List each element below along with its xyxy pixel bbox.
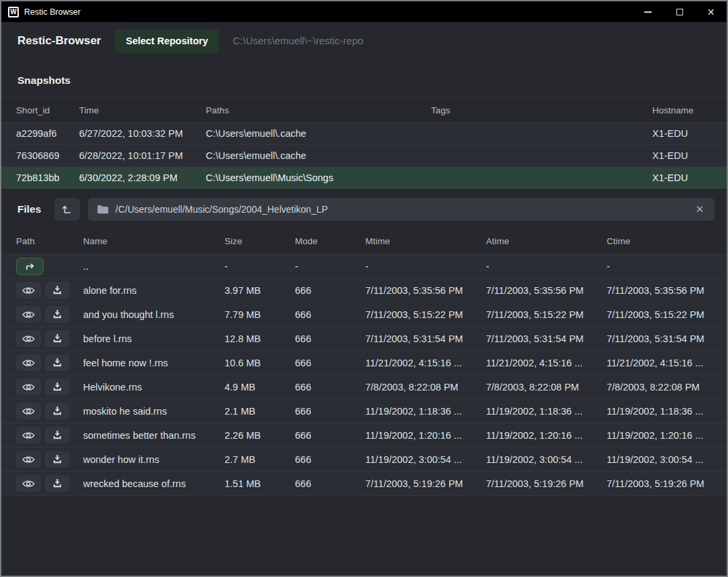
download-icon (52, 430, 62, 440)
file-row-actions (16, 354, 83, 371)
download-file-button[interactable] (45, 378, 70, 395)
select-repository-button[interactable]: Select Repository (115, 29, 220, 53)
snapshot-row[interactable]: 76306869 6/28/2022, 10:01:17 PM C:\Users… (1, 145, 727, 167)
file-ctime: 11/19/2002, 1:20:16 ... (607, 430, 713, 441)
file-size: 12.8 MB (225, 333, 295, 344)
up-right-arrow-icon (25, 261, 36, 272)
file-mode: 666 (295, 430, 365, 441)
download-file-button[interactable] (45, 306, 70, 323)
maximize-button[interactable] (664, 1, 695, 22)
download-icon (52, 454, 62, 464)
download-file-button[interactable] (45, 475, 70, 492)
file-name: and you thought l.rns (83, 309, 225, 320)
file-row[interactable]: sometimes better than.rns 2.26 MB 666 11… (1, 423, 727, 448)
eye-icon (22, 358, 35, 368)
breadcrumb-close-icon[interactable]: ✕ (694, 203, 705, 215)
file-ctime: 7/11/2003, 5:19:26 PM (607, 478, 713, 489)
snapshot-time: 6/28/2022, 10:01:17 PM (79, 150, 206, 161)
preview-file-button[interactable] (16, 354, 41, 371)
column-header-tags: Tags (431, 105, 652, 115)
column-header-time: Time (79, 105, 206, 115)
download-file-button[interactable] (45, 330, 70, 347)
column-header-path: Path (16, 236, 83, 246)
download-icon (52, 358, 62, 368)
file-row-actions (16, 475, 83, 492)
preview-file-button[interactable] (16, 306, 41, 323)
file-name: feel home now !.rns (83, 358, 225, 368)
download-file-button[interactable] (45, 354, 70, 371)
column-header-ctime: Ctime (607, 236, 713, 246)
file-row[interactable]: and you thought l.rns 7.79 MB 666 7/11/2… (1, 303, 727, 327)
file-size: 10.6 MB (225, 358, 295, 368)
window-controls: ✕ (632, 1, 727, 22)
snapshot-paths: C:\Users\emuell\.cache (206, 150, 431, 161)
download-file-button[interactable] (45, 403, 70, 419)
file-atime: 11/19/2002, 3:00:54 ... (486, 454, 607, 465)
window-title: Restic Browser (24, 7, 80, 17)
file-size: 2.7 MB (225, 454, 295, 465)
files-bar: Files /C/Users/emuell/Music/Songs/2004_H… (1, 189, 727, 229)
download-file-button[interactable] (45, 427, 70, 443)
eye-icon (22, 334, 35, 344)
parent-row-mtime: - (365, 261, 486, 272)
snapshot-row[interactable]: 72b813bb 6/30/2022, 2:28:09 PM C:\Users\… (1, 167, 727, 189)
minimize-button[interactable] (632, 1, 664, 22)
titlebar-left: W Restic Browser (1, 7, 80, 17)
download-icon (52, 406, 62, 416)
file-row[interactable]: wrecked because of.rns 1.51 MB 666 7/11/… (1, 472, 727, 496)
snapshot-row[interactable]: a2299af6 6/27/2022, 10:03:32 PM C:\Users… (1, 123, 727, 145)
snapshot-short-id: a2299af6 (16, 128, 79, 139)
preview-file-button[interactable] (16, 451, 41, 468)
preview-file-button[interactable] (16, 282, 41, 299)
download-icon (52, 382, 62, 392)
parent-row-ctime: - (607, 261, 713, 272)
download-file-button[interactable] (45, 282, 70, 299)
eye-icon (22, 431, 35, 440)
file-mtime: 11/19/2002, 1:20:16 ... (365, 430, 486, 441)
file-row[interactable]: before l.rns 12.8 MB 666 7/11/2003, 5:31… (1, 327, 727, 351)
parent-row-actions (16, 258, 83, 275)
file-row-actions (16, 282, 83, 299)
file-row[interactable]: moskito he said.rns 2.1 MB 666 11/19/200… (1, 399, 727, 423)
file-ctime: 7/11/2003, 5:15:22 PM (607, 309, 713, 320)
download-file-button[interactable] (45, 451, 70, 468)
files-table-header: Path Name Size Mode Mtime Atime Ctime (1, 229, 727, 254)
column-header-name: Name (83, 236, 225, 246)
snapshots-table-header: Short_id Time Paths Tags Hostname (1, 97, 727, 123)
file-ctime: 7/11/2003, 5:31:54 PM (607, 333, 713, 344)
parent-directory-row[interactable]: .. - - - - - (1, 254, 727, 278)
file-mode: 666 (295, 406, 365, 417)
file-row[interactable]: alone for.rns 3.97 MB 666 7/11/2003, 5:3… (1, 278, 727, 303)
toolbar: Restic-Browser Select Repository C:\User… (1, 22, 727, 60)
file-row[interactable]: feel home now !.rns 10.6 MB 666 11/21/20… (1, 351, 727, 375)
snapshot-time: 6/27/2022, 10:03:32 PM (79, 128, 206, 139)
file-size: 3.97 MB (225, 285, 295, 296)
file-row[interactable]: wonder how it.rns 2.7 MB 666 11/19/2002,… (1, 448, 727, 472)
eye-icon (22, 455, 35, 464)
go-up-button[interactable] (16, 258, 44, 275)
preview-file-button[interactable] (16, 427, 41, 443)
file-row-actions (16, 330, 83, 347)
column-header-size: Size (225, 236, 295, 246)
preview-file-button[interactable] (16, 330, 41, 347)
file-mtime: 7/11/2003, 5:31:54 PM (365, 333, 486, 344)
file-mtime: 7/11/2003, 5:35:56 PM (365, 285, 486, 296)
column-header-paths: Paths (206, 105, 431, 115)
snapshot-time: 6/30/2022, 2:28:09 PM (79, 172, 206, 183)
folder-icon (97, 205, 109, 214)
file-size: 4.9 MB (225, 382, 295, 392)
breadcrumb[interactable]: /C/Users/emuell/Music/Songs/2004_Helveti… (88, 198, 715, 221)
eye-icon (22, 382, 35, 392)
snapshot-hostname: X1-EDU (652, 150, 713, 161)
download-icon (52, 333, 62, 344)
file-ctime: 11/19/2002, 1:18:36 ... (607, 406, 713, 417)
eye-icon (22, 479, 35, 488)
preview-file-button[interactable] (16, 403, 41, 419)
file-row-actions (16, 403, 83, 419)
file-row[interactable]: Helvikone.rns 4.9 MB 666 7/8/2003, 8:22:… (1, 375, 727, 399)
file-row-actions (16, 306, 83, 323)
go-to-root-button[interactable] (54, 198, 80, 221)
preview-file-button[interactable] (16, 378, 41, 395)
preview-file-button[interactable] (16, 475, 41, 492)
close-button[interactable]: ✕ (695, 1, 727, 22)
